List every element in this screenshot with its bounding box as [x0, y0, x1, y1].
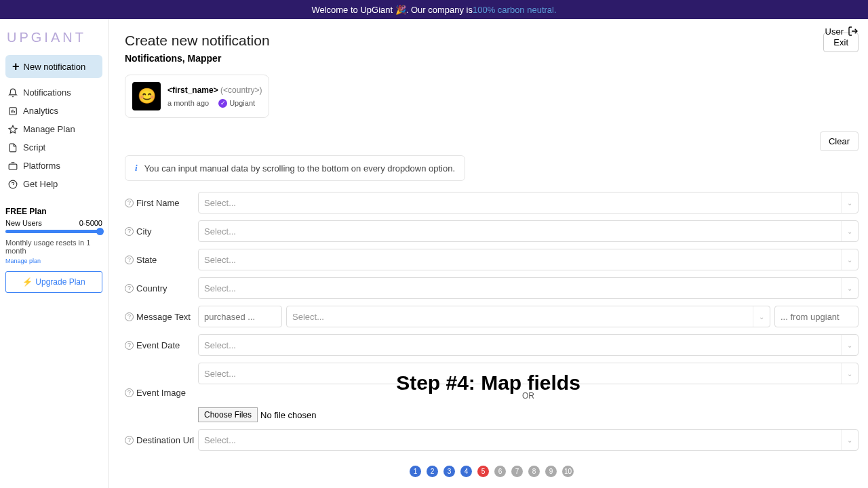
preview-name: <first_name> — [167, 85, 218, 95]
sidebar-item-manage-plan[interactable]: Manage Plan — [5, 120, 102, 138]
destination-url-select[interactable]: Select...⌄ — [198, 429, 859, 451]
page-title: Create new notification — [125, 33, 270, 49]
page-4[interactable]: 4 — [460, 466, 472, 477]
sidebar-item-help[interactable]: Get Help — [5, 175, 102, 193]
manage-plan-link[interactable]: Manage plan — [5, 258, 102, 264]
chevron-down-icon: ⌄ — [841, 249, 852, 270]
page-7[interactable]: 7 — [511, 466, 523, 477]
info-text: You can input manual data by scrolling t… — [144, 163, 455, 174]
page-1[interactable]: 1 — [410, 466, 421, 477]
platforms-icon — [8, 161, 18, 171]
page-10[interactable]: 10 — [562, 466, 574, 477]
sidebar-item-script[interactable]: Script — [5, 138, 102, 157]
plan-box: FREE Plan New Users 0-5000 Monthly usage… — [5, 207, 102, 293]
topbar: User — [825, 26, 859, 37]
help-icon[interactable]: ? — [125, 199, 134, 207]
event-date-select[interactable]: Select...⌄ — [198, 334, 859, 356]
user-label: User — [825, 26, 844, 37]
logout-icon[interactable] — [848, 26, 859, 37]
page-2[interactable]: 2 — [427, 466, 438, 477]
check-icon: ✓ — [218, 99, 227, 108]
choose-files-button[interactable]: Choose Files — [198, 407, 258, 422]
message-suffix-input[interactable] — [774, 306, 859, 327]
main: User Create new notification Notificatio… — [108, 19, 868, 488]
svg-marker-1 — [9, 125, 17, 133]
new-notification-button[interactable]: + New notification — [5, 55, 102, 78]
chevron-down-icon: ⌄ — [841, 192, 852, 213]
sidebar-item-analytics[interactable]: Analytics — [5, 102, 102, 120]
upgrade-plan-button[interactable]: ⚡ Upgrade Plan — [5, 271, 102, 293]
top-banner: Welcome to UpGiant 🎉. Our company is 100… — [0, 0, 868, 19]
bolt-icon: ⚡ — [22, 277, 33, 287]
sidebar-item-notifications[interactable]: Notifications — [5, 83, 102, 102]
help-icon[interactable]: ? — [125, 388, 134, 397]
first-name-select[interactable]: Select...⌄ — [198, 192, 859, 214]
page-6[interactable]: 6 — [494, 466, 506, 477]
plan-title: FREE Plan — [5, 207, 102, 216]
or-label: OR — [198, 391, 859, 401]
state-select[interactable]: Select...⌄ — [198, 249, 859, 270]
chevron-down-icon: ⌄ — [841, 335, 852, 355]
info-icon: i — [135, 163, 138, 174]
sidebar: UPGIANT + New notification Notifications… — [0, 19, 108, 488]
chevron-down-icon: ⌄ — [841, 363, 852, 384]
banner-link[interactable]: 100% carbon neutral. — [473, 5, 557, 15]
message-middle-select[interactable]: Select...⌄ — [286, 306, 770, 327]
svg-rect-2 — [9, 164, 17, 169]
page-3[interactable]: 3 — [443, 466, 455, 477]
plan-metric-range: 0-5000 — [79, 219, 102, 227]
help-icon[interactable]: ? — [125, 227, 134, 236]
help-icon[interactable]: ? — [125, 341, 134, 350]
star-icon — [8, 125, 18, 134]
page-subtitle: Notifications, Mapper — [125, 53, 270, 64]
clear-button[interactable]: Clear — [820, 131, 859, 151]
notification-preview: 😊 <first_name> (<country>) a month ago ✓… — [125, 75, 269, 118]
plus-icon: + — [12, 60, 20, 73]
new-notification-label: New notification — [24, 62, 86, 72]
preview-time: a month ago — [167, 99, 209, 107]
sidebar-item-platforms[interactable]: Platforms — [5, 157, 102, 175]
help-icon — [8, 180, 18, 189]
info-bar: i You can input manual data by scrolling… — [125, 155, 465, 181]
event-image-select[interactable]: Select...⌄ — [198, 363, 859, 384]
chevron-down-icon: ⌄ — [841, 430, 852, 450]
plan-reset-text: Monthly usage resets in 1 month — [5, 239, 102, 255]
banner-text: Welcome to UpGiant 🎉. Our company is — [311, 5, 473, 15]
page-9[interactable]: 9 — [545, 466, 557, 477]
logo: UPGIANT — [5, 27, 102, 55]
country-select[interactable]: Select...⌄ — [198, 277, 859, 299]
preview-badge: ✓ Upgiant — [218, 99, 255, 108]
preview-country: (<country>) — [220, 85, 262, 95]
message-prefix-input[interactable] — [198, 306, 282, 327]
pagination: 1 2 3 4 5 6 7 8 9 10 — [125, 466, 859, 477]
plan-metric-label: New Users — [5, 219, 42, 227]
bell-icon — [8, 88, 18, 98]
help-icon[interactable]: ? — [125, 284, 134, 293]
help-icon[interactable]: ? — [125, 256, 134, 264]
script-icon — [8, 143, 18, 152]
file-status: No file chosen — [260, 410, 316, 420]
usage-slider[interactable] — [5, 230, 102, 233]
preview-avatar: 😊 — [132, 82, 161, 110]
chart-icon — [8, 106, 18, 116]
chevron-down-icon: ⌄ — [841, 278, 852, 298]
help-icon[interactable]: ? — [125, 312, 134, 321]
city-select[interactable]: Select...⌄ — [198, 220, 859, 242]
slider-thumb[interactable] — [96, 228, 104, 235]
page-5[interactable]: 5 — [477, 466, 489, 477]
help-icon[interactable]: ? — [125, 436, 134, 445]
chevron-down-icon: ⌄ — [753, 306, 764, 327]
page-8[interactable]: 8 — [528, 466, 540, 477]
chevron-down-icon: ⌄ — [841, 221, 852, 241]
